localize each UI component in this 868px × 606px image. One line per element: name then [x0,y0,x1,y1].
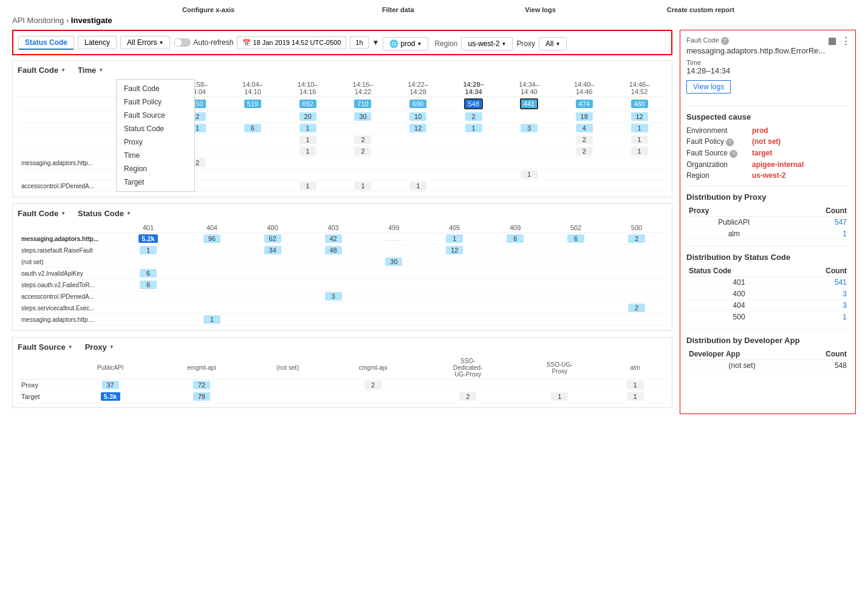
status-distribution-table: Status Code Count 401 541 400 3 404 [686,265,849,323]
fault-code-time-table: 13:52–13:58 13:58–14:04 14:04–14:10 14:1… [18,80,667,192]
table-row: 404 3 [686,300,849,312]
table-row: accesscontrol.IPDeniedA... 3 [18,291,667,302]
filter-data-annotation: Filter data [382,6,414,13]
env-dropdown[interactable]: 🌐 prod [383,37,428,50]
create-report-annotation: Create custom report [667,6,734,13]
table-row: (not set) 548 [686,360,849,372]
table-row: 441 450 519 692 710 690 548 441 474 460 [18,97,667,111]
table-row: 401 541 [686,277,849,288]
table-row: Target 5.3k 78 2 1 1 [18,391,667,403]
fault-source-proxy-table: PublicAPI emgmt-api (not set) cmgmt-api … [18,356,667,403]
dist-devapp-title: Distribution by Developer App [686,336,849,345]
breadcrumb-parent[interactable]: API Monitoring [12,16,64,25]
fault-code-help-icon[interactable]: ? [721,37,729,45]
table-row: alm 1 [686,228,849,240]
time-label: Time [686,59,849,66]
dist-proxy-title: Distribution by Proxy [686,192,849,202]
table-row: 1 2 20 30 10 2 18 12 [18,111,667,123]
fault-source-proxy-section: Fault Source Proxy PublicAPI emgmt-api (… [12,337,672,408]
more-options-icon[interactable]: ⋮ [841,35,850,46]
latency-tab[interactable]: Latency [78,36,117,49]
status-code-tab[interactable]: Status Code [18,36,74,50]
errors-dropdown[interactable]: All Errors [120,36,170,49]
view-logs-annotation: View logs [525,6,556,13]
toolbar: Status Code Latency All Errors Auto-refr… [12,30,672,55]
region-dropdown[interactable]: us-west-2 [461,37,513,50]
fault-code-value: messaging.adaptors.http.flow.ErrorRe... [686,46,849,55]
table-row: 1 2 2 1 [18,146,667,157]
table-row: oauth.v2.InvalidApiKey 6 [18,268,667,279]
table-row: PublicAPI 547 [686,217,849,228]
fault-source-help-icon[interactable]: ? [730,150,737,158]
cause-fault-source: Fault Source ? target [686,149,849,158]
fault-source-col-header[interactable]: Fault Source [18,342,73,352]
menu-item-fault-code[interactable]: Fault Code [117,82,194,95]
table-row: 400 3 [686,288,849,300]
fault-code-col2-header[interactable]: Fault Code [18,209,66,218]
table-row: accesscontrol.IPDeniedA... 1 1 1 [18,180,667,192]
fault-code-col-header[interactable]: Fault Code [18,66,66,75]
devapp-distribution-table: Developer App Count (not set) 548 [686,349,849,372]
menu-item-status-code[interactable]: Status Code [117,122,194,135]
region-label: Region [434,39,457,48]
cause-fault-policy: Fault Policy ? (not set) [686,137,849,146]
fault-policy-help-icon[interactable]: ? [726,138,734,146]
suspected-cause-heading: Suspected cause [686,112,849,121]
menu-item-fault-source[interactable]: Fault Source [117,109,194,122]
fault-code-label: Fault Code ? [686,36,849,45]
range-arrow: ▼ [372,38,380,47]
table-row: messaging.adaptors.http... 2 [18,157,667,169]
table-row: (not set) 30 [18,256,667,268]
status-code-col-header[interactable]: Status Code [78,209,131,218]
proxy-dropdown[interactable]: All [539,37,567,50]
date-picker[interactable]: 📅 18 Jan 2019 14:52 UTC-0500 [237,36,346,49]
chart-icon[interactable]: ▦ [828,35,836,46]
view-logs-button[interactable]: View logs [686,80,731,94]
fault-code-dropdown-menu: Fault Code Fault Policy Fault Source Sta… [116,79,195,192]
auto-refresh-label: Auto-refresh [193,38,233,47]
menu-item-target[interactable]: Target [117,175,194,189]
range-picker[interactable]: 1h [350,36,368,49]
table-row: steps.servicecallout.Exec... 2 [18,302,667,314]
menu-item-proxy[interactable]: Proxy [117,135,194,149]
cause-region: Region us-west-2 [686,171,849,180]
table-row: 1 [18,169,667,180]
breadcrumb: API Monitoring › Investigate [12,16,856,25]
proxy-col-header[interactable]: Proxy [85,342,114,352]
table-row: messaging.adaptors.http.... 1 [18,314,667,325]
time-col-header[interactable]: Time [78,66,103,75]
table-row: 1 2 2 1 [18,134,667,146]
menu-item-time[interactable]: Time [117,149,194,162]
menu-item-region[interactable]: Region [117,162,194,175]
fault-code-time-section: Fault Code Fault Policy Fault Source Sta… [12,60,672,197]
cause-environment: Environment prod [686,126,849,135]
auto-refresh-toggle[interactable] [174,38,191,47]
cause-organization: Organization apigee-internal [686,160,849,169]
table-row: steps.raisefault.RaiseFault 1 34 48 12 [18,245,667,256]
proxy-label-toolbar: Proxy [516,39,535,48]
proxy-distribution-table: Proxy Count PublicAPI 547 alm 1 [686,205,849,240]
table-row: steps.oauth.v2.FailedToR... 6 [18,279,667,291]
dist-status-title: Distribution by Status Code [686,253,849,262]
table-row: 1 1 6 1 12 1 3 4 1 [18,123,667,134]
fault-code-status-table: 401404400403 499405409502500 messaging.a… [18,223,667,325]
table-row: 500 1 [686,312,849,323]
time-value: 14:28–14:34 [686,66,849,75]
breadcrumb-current: Investigate [71,16,112,25]
right-panel: ▦ ⋮ View metric details View in Recent V… [680,30,856,414]
table-row: Proxy 37 72 2 1 [18,380,667,391]
table-row: messaging.adaptors.http... 5.2k 96 62 42… [18,233,667,245]
configure-x-annotation: Configure x-axis [182,6,234,13]
fault-code-status-section: Fault Code Status Code 401404400403 4994… [12,203,672,331]
menu-item-fault-policy[interactable]: Fault Policy [117,95,194,109]
